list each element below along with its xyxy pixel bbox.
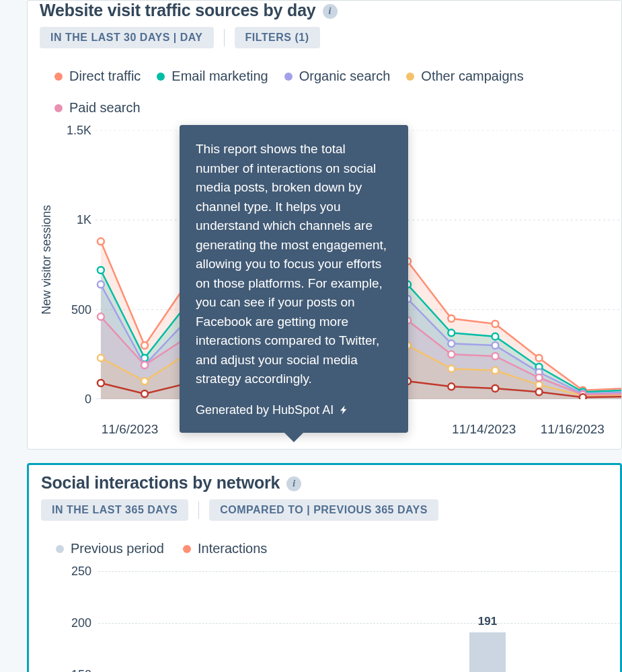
svg-point-70 bbox=[536, 374, 543, 381]
legend-label: Direct traffic bbox=[69, 69, 141, 84]
compare-chip[interactable]: COMPARED TO | PREVIOUS 365 DAYS bbox=[209, 499, 438, 521]
legend-dot-icon bbox=[157, 73, 165, 81]
svg-point-14 bbox=[536, 355, 543, 362]
svg-point-56 bbox=[536, 382, 543, 388]
report-card-social-interactions: Social interactions by network i IN THE … bbox=[27, 463, 622, 672]
date-range-chip[interactable]: IN THE LAST 365 DAYS bbox=[41, 499, 188, 521]
legend-dot-icon bbox=[54, 104, 63, 112]
svg-point-27 bbox=[492, 333, 498, 340]
legend-item[interactable]: Organic search bbox=[284, 69, 391, 84]
legend-label: Email marketing bbox=[171, 69, 268, 84]
x-tick-label: 11/16/2023 bbox=[541, 422, 605, 437]
date-range-chip[interactable]: IN THE LAST 30 DAYS | DAY bbox=[40, 27, 214, 48]
svg-point-74 bbox=[98, 380, 104, 386]
info-icon[interactable]: i bbox=[323, 4, 338, 19]
svg-point-84 bbox=[536, 388, 543, 395]
y-tick-label: 250 bbox=[63, 564, 91, 579]
legend-item[interactable]: Direct traffic bbox=[54, 69, 141, 84]
svg-point-55 bbox=[492, 367, 498, 374]
card-title: Website visit traffic sources by day bbox=[40, 1, 316, 20]
y-axis-label: New visitor sessions bbox=[40, 205, 54, 314]
legend-dot-icon bbox=[284, 73, 293, 81]
x-tick-label: 11/14/2023 bbox=[452, 422, 516, 437]
legend-dot-icon bbox=[406, 73, 414, 81]
filter-chips: IN THE LAST 365 DAYS COMPARED TO | PREVI… bbox=[41, 499, 620, 521]
legend-label: Organic search bbox=[299, 69, 391, 84]
legend-label: Previous period bbox=[71, 541, 164, 556]
svg-point-68 bbox=[448, 351, 455, 358]
svg-point-41 bbox=[492, 342, 498, 349]
legend-dot-icon bbox=[56, 545, 64, 553]
chip-divider bbox=[198, 501, 199, 519]
y-tick-label: 1.5K bbox=[58, 124, 91, 138]
svg-point-32 bbox=[98, 281, 104, 288]
card-title-row: Social interactions by network i bbox=[41, 473, 620, 493]
card-title-row: Website visit traffic sources by day i bbox=[40, 1, 621, 20]
svg-point-47 bbox=[141, 378, 148, 384]
legend-dot-icon bbox=[183, 545, 191, 553]
svg-point-26 bbox=[448, 329, 455, 336]
svg-point-82 bbox=[448, 383, 455, 390]
chart-plot-area[interactable]: 150200250191 bbox=[98, 571, 620, 672]
ai-tooltip: This report shows the total number of in… bbox=[180, 125, 408, 433]
svg-point-83 bbox=[492, 385, 498, 392]
info-icon[interactable]: i bbox=[286, 476, 301, 491]
x-tick-label: 11/6/2023 bbox=[102, 422, 159, 437]
tooltip-text: This report shows the total number of in… bbox=[196, 140, 392, 389]
svg-point-46 bbox=[98, 355, 104, 362]
filter-chips: IN THE LAST 30 DAYS | DAY FILTERS (1) bbox=[40, 27, 621, 48]
chart-legend: Direct trafficEmail marketingOrganic sea… bbox=[54, 69, 621, 116]
legend-label: Paid search bbox=[69, 100, 141, 116]
ai-bolt-icon bbox=[339, 405, 350, 415]
tooltip-footer: Generated by HubSpot AI bbox=[196, 401, 392, 419]
svg-point-69 bbox=[492, 353, 498, 360]
y-tick-label: 1K bbox=[58, 213, 91, 227]
svg-point-61 bbox=[141, 362, 148, 368]
card-title: Social interactions by network bbox=[41, 473, 280, 493]
y-tick-label: 0 bbox=[58, 392, 91, 407]
svg-point-60 bbox=[98, 313, 104, 320]
svg-point-54 bbox=[448, 366, 455, 372]
legend-label: Other campaigns bbox=[421, 69, 523, 84]
bar-chart: ons 150200250191 bbox=[41, 571, 620, 672]
y-tick-label: 150 bbox=[63, 667, 91, 672]
svg-point-12 bbox=[448, 315, 455, 322]
legend-dot-icon bbox=[54, 73, 63, 81]
legend-item[interactable]: Previous period bbox=[56, 541, 164, 556]
chip-divider bbox=[224, 29, 225, 46]
legend-item[interactable]: Other campaigns bbox=[406, 69, 523, 84]
svg-point-75 bbox=[141, 390, 148, 397]
y-axis: 05001K1.5K bbox=[58, 130, 95, 419]
legend-item[interactable]: Interactions bbox=[183, 541, 267, 556]
svg-point-18 bbox=[98, 267, 104, 274]
gridline bbox=[98, 571, 620, 572]
tooltip-footer-text: Generated by HubSpot AI bbox=[196, 401, 334, 419]
gridline bbox=[98, 623, 620, 624]
filters-chip[interactable]: FILTERS (1) bbox=[235, 27, 320, 48]
y-axis-label-partial: ons bbox=[41, 574, 55, 672]
y-tick-label: 500 bbox=[58, 302, 91, 317]
bar-value-label: 191 bbox=[478, 615, 497, 632]
legend-item[interactable]: Email marketing bbox=[157, 69, 268, 84]
svg-point-5 bbox=[141, 342, 148, 349]
y-tick-label: 200 bbox=[63, 616, 91, 630]
svg-point-13 bbox=[492, 321, 498, 327]
chart-legend: Previous periodInteractions bbox=[56, 541, 620, 556]
svg-point-85 bbox=[580, 394, 586, 399]
bar-previous-period[interactable] bbox=[469, 632, 506, 672]
svg-point-40 bbox=[448, 340, 455, 347]
legend-label: Interactions bbox=[198, 541, 267, 556]
svg-point-4 bbox=[98, 238, 104, 245]
legend-item[interactable]: Paid search bbox=[54, 100, 141, 116]
